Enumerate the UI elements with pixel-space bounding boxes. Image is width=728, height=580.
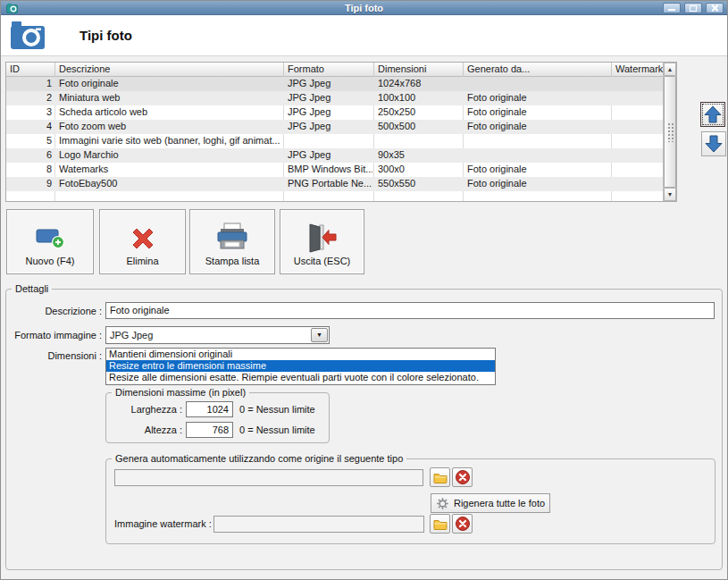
table-cell-descrizione: Logo Marchio [59, 148, 282, 163]
table-cell-generato: Foto originale [467, 177, 610, 191]
move-row-down-button[interactable] [701, 131, 726, 156]
title-bar[interactable]: Tipi foto [1, 1, 727, 15]
rigenera-label: Rigenera tutte le foto [454, 498, 545, 509]
folder-icon [433, 472, 448, 483]
move-row-up-button[interactable] [700, 102, 725, 127]
column-header-dimensioni[interactable]: Dimensioni [374, 63, 464, 77]
table-cell-dimensioni: 90x35 [378, 148, 462, 163]
table-body: 1Foto originaleJPG Jpeg1024x7682Miniatur… [6, 77, 663, 201]
column-header-id[interactable]: ID [6, 63, 55, 77]
dettagli-legend: Dettagli [12, 283, 52, 294]
table-cell-descrizione: Immagini varie sito web (banner, loghi, … [59, 134, 282, 148]
dimensioni-option-mantieni[interactable]: Mantieni dimensioni originali [106, 349, 495, 360]
table-cell-dimensioni: 300x0 [378, 163, 462, 177]
table-cell-formato: JPG Jpeg [288, 148, 372, 163]
table-cell-descrizione: FotoEbay500 [59, 177, 282, 191]
column-header-formato[interactable]: Formato [284, 63, 374, 77]
table-cell-watermark [615, 134, 662, 148]
table-cell-generato [467, 148, 610, 163]
close-button[interactable] [706, 3, 724, 13]
table-cell-dimensioni: 250x250 [378, 105, 462, 120]
dimensioni-label: Dimensioni : [8, 350, 102, 361]
descrizione-label: Descrizione : [8, 306, 102, 316]
minimize-button[interactable] [663, 3, 681, 13]
clear-watermark-button[interactable] [452, 514, 473, 534]
exit-door-icon [305, 223, 339, 255]
button-label: Uscita (ESC) [294, 256, 351, 266]
elimina-button[interactable]: Elimina [99, 209, 186, 274]
table-cell-id: 9 [6, 177, 52, 191]
table-cell-formato: JPG Jpeg [288, 120, 372, 134]
table-cell-watermark [615, 177, 662, 191]
maximize-button[interactable] [684, 3, 702, 13]
table-row[interactable]: 1Foto originaleJPG Jpeg1024x768 [6, 77, 663, 91]
page-title: Tipi foto [79, 28, 132, 43]
rigenera-tutte-le-foto-button[interactable]: Rigenera tutte le foto [431, 493, 550, 513]
browse-origine-button[interactable] [430, 467, 450, 487]
descrizione-input[interactable]: Foto originale [105, 302, 715, 319]
table-row[interactable]: 4Foto zoom webJPG Jpeg500x500Foto origin… [6, 120, 663, 134]
table-cell-generato [467, 77, 610, 91]
origine-tipo-input[interactable] [114, 469, 423, 486]
table-cell-descrizione: Miniatura web [59, 91, 282, 105]
table-cell-id: 1 [6, 77, 52, 91]
photo-types-table: ID Descrizione Formato Dimensioni Genera… [5, 62, 677, 202]
dimensioni-massime-legend: Dimensioni massime (in pixel) [112, 387, 249, 398]
table-cell-descrizione: Foto originale [59, 77, 282, 91]
clear-origine-button[interactable] [452, 467, 473, 487]
formato-immagine-select[interactable]: JPG Jpeg ▼ [105, 326, 330, 344]
table-row[interactable]: 3Scheda articolo webJPG Jpeg250x250Foto … [6, 105, 663, 120]
table-cell-generato: Foto originale [467, 163, 610, 177]
table-row[interactable]: 8WatemarksBMP Windows Bit...300x0Foto or… [6, 163, 663, 177]
table-row[interactable]: 5Immagini varie sito web (banner, loghi,… [6, 134, 663, 148]
table-cell-formato: JPG Jpeg [288, 77, 372, 91]
table-cell-watermark [615, 91, 662, 105]
vertical-scrollbar[interactable]: ▲ ▼ [663, 63, 676, 201]
table-cell-id: 2 [6, 91, 52, 105]
column-header-descrizione[interactable]: Descrizione [55, 63, 284, 77]
table-cell-watermark [615, 77, 662, 91]
table-cell-formato: BMP Windows Bit... [288, 163, 372, 177]
table-row[interactable]: 9FotoEbay500PNG Portable Ne...550x550Fot… [6, 177, 663, 191]
browse-watermark-button[interactable] [430, 514, 450, 534]
table-cell-descrizione: Scheda articolo web [59, 105, 282, 120]
table-row[interactable]: 2Miniatura webJPG Jpeg100x100Foto origin… [6, 91, 663, 105]
stampa-lista-button[interactable]: Stampa lista [189, 209, 275, 274]
nuovo-button[interactable]: Nuovo (F4) [6, 209, 94, 274]
table-row[interactable]: 6Logo MarchioJPG Jpeg90x35 [6, 148, 663, 163]
table-cell-watermark [615, 105, 662, 120]
arrow-down-icon [704, 134, 724, 154]
table-cell-descrizione: Foto zoom web [59, 120, 282, 134]
table-cell-watermark [615, 120, 662, 134]
scrollbar-thumb[interactable] [664, 76, 676, 188]
table-cell-formato: JPG Jpeg [288, 105, 372, 120]
scroll-up-button[interactable]: ▲ [664, 63, 676, 76]
scroll-down-button[interactable]: ▼ [664, 188, 676, 201]
altezza-hint: 0 = Nessun limite [239, 424, 315, 435]
table-cell-watermark [615, 148, 662, 163]
maximize-icon [690, 5, 697, 12]
column-header-generato-da[interactable]: Generato da... [464, 63, 612, 77]
immagine-watermark-input[interactable] [213, 516, 424, 533]
table-cell-dimensioni: 550x550 [378, 177, 462, 191]
close-icon [711, 4, 719, 13]
column-header-watermark[interactable]: Watermark [612, 63, 663, 77]
formato-immagine-label: Formato immagine : [8, 330, 102, 340]
table-cell-generato: Foto originale [467, 120, 610, 134]
dimensioni-option-resize-esatte[interactable]: Resize alle dimensioni esatte. Riempie e… [106, 372, 495, 383]
window-title: Tipi foto [1, 3, 727, 13]
arrow-up-icon [703, 105, 723, 124]
larghezza-input[interactable]: 1024 [186, 401, 233, 417]
combo-dropdown-button[interactable]: ▼ [311, 328, 328, 342]
uscita-button[interactable]: Uscita (ESC) [280, 209, 364, 274]
table-cell-dimensioni [378, 134, 462, 148]
dimensioni-option-resize-massime[interactable]: Resize entro le dimensioni massime [106, 360, 495, 372]
altezza-input[interactable]: 768 [186, 422, 233, 438]
printer-icon [215, 223, 249, 255]
larghezza-label: Larghezza : [108, 404, 182, 415]
tipi-foto-window: Tipi foto Tipi foto ID Descrizione Forma… [0, 0, 728, 580]
table-cell-generato: Foto originale [467, 105, 610, 120]
table-cell-id: 8 [6, 163, 52, 177]
table-cell-formato: PNG Portable Ne... [288, 177, 372, 191]
button-label: Nuovo (F4) [25, 256, 74, 266]
